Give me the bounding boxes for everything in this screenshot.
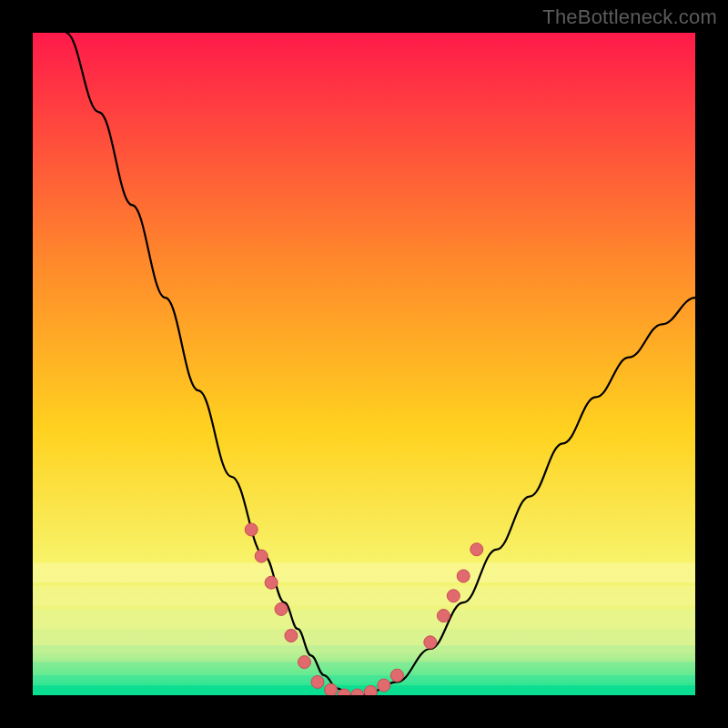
data-marker (275, 602, 288, 615)
data-marker (457, 570, 470, 582)
svg-rect-1 (33, 586, 695, 606)
data-marker (255, 550, 268, 562)
data-marker (311, 675, 324, 688)
chart-frame: TheBottleneck.com (0, 0, 728, 728)
data-marker (285, 630, 298, 642)
svg-rect-0 (33, 562, 695, 582)
data-marker (245, 523, 258, 536)
data-marker (364, 685, 377, 695)
plot-area (33, 33, 695, 695)
data-marker (437, 610, 450, 622)
data-marker (390, 669, 403, 682)
data-marker (325, 683, 338, 695)
data-marker (298, 656, 311, 669)
watermark-text: TheBottleneck.com (542, 5, 717, 29)
chart-svg (33, 33, 695, 695)
data-marker (470, 543, 483, 556)
data-marker (447, 590, 460, 602)
data-marker (424, 636, 437, 649)
svg-rect-2 (33, 609, 695, 629)
data-marker (265, 576, 278, 589)
data-marker (378, 679, 390, 692)
